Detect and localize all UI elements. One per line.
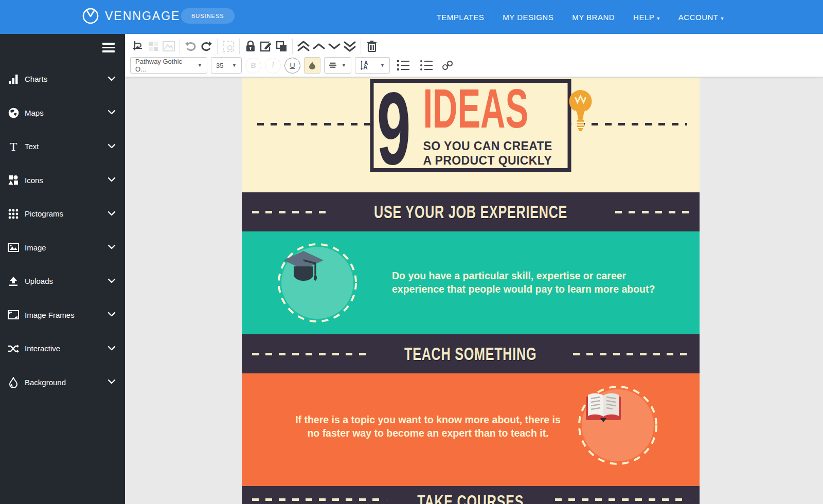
font-family-select[interactable]: Pathway Gothic O...▼: [130, 57, 207, 74]
editor-toolbar: Pathway Gothic O...▼ 35▼ B I U ▼ AA ▼: [125, 34, 823, 77]
nav-account[interactable]: ACCOUNT▾: [678, 13, 724, 22]
delete-button[interactable]: [364, 38, 380, 55]
title-box[interactable]: 9 IDEAS: [370, 79, 571, 172]
dashed-line: [573, 353, 689, 355]
band3-heading[interactable]: TAKE COURSES: [418, 491, 524, 504]
chevron-down-icon: [108, 76, 116, 82]
caret-down-icon: ▼: [198, 63, 202, 68]
caret-down-icon: ▾: [721, 15, 724, 21]
section-heading-band-3[interactable]: TAKE COURSES: [242, 486, 700, 504]
toolbar-row-2: Pathway Gothic O...▼ 35▼ B I U ▼ AA ▼: [130, 57, 455, 74]
droplet-icon: [7, 376, 20, 388]
caret-down-icon: ▼: [342, 63, 346, 68]
teal-section[interactable]: Do you have a particular skill, expertis…: [242, 231, 700, 334]
bring-forward-button[interactable]: [311, 38, 327, 55]
nav-templates[interactable]: TEMPLATES: [437, 13, 485, 22]
band2-heading[interactable]: TEACH SOMETHING: [404, 344, 536, 364]
text-color-button[interactable]: [304, 57, 320, 74]
caret-down-icon: ▾: [657, 15, 660, 21]
orange-section[interactable]: If there is a topic you want to know mor…: [242, 373, 700, 486]
toolbar-row-1: [130, 37, 386, 56]
undo-button[interactable]: [183, 38, 199, 55]
shapes-icon: [7, 175, 20, 185]
dashed-line: [252, 353, 368, 355]
layout-grid-button[interactable]: [146, 38, 161, 55]
venngage-logo-icon[interactable]: [82, 8, 99, 24]
lock-button[interactable]: [243, 38, 258, 55]
bold-button[interactable]: B: [245, 58, 261, 74]
infographic-page[interactable]: 9 IDEAS: [242, 78, 700, 504]
chevron-down-icon: [108, 244, 116, 250]
nav-my-designs[interactable]: MY DESIGNS: [503, 13, 553, 22]
duplicate-button[interactable]: [274, 38, 289, 55]
globe-icon: [7, 107, 20, 118]
design-canvas[interactable]: 9 IDEAS: [125, 77, 823, 504]
left-sidebar: Charts Maps T Text Icons: [0, 34, 125, 504]
sidebar-item-icons[interactable]: Icons: [0, 164, 125, 197]
top-navbar: VENNGAGE BUSINESS TEMPLATES MY DESIGNS M…: [0, 0, 823, 34]
sidebar-item-maps[interactable]: Maps: [0, 96, 125, 130]
send-to-back-button[interactable]: [342, 38, 357, 55]
sidebar-item-interactive[interactable]: Interactive: [0, 332, 125, 366]
dashed-line: [252, 211, 326, 213]
dashed-line: [252, 498, 386, 501]
svg-text:A: A: [363, 64, 368, 70]
bar-chart-icon: [7, 74, 20, 84]
graduation-cap-icon: [281, 247, 326, 288]
nav-links: TEMPLATES MY DESIGNS MY BRAND HELP▾ ACCO…: [437, 0, 724, 34]
section-heading-band-1[interactable]: USE YOUR JOB EXPERIENCE: [242, 192, 700, 231]
sidebar-item-image-frames[interactable]: Image Frames: [0, 298, 125, 332]
hero-subtitle-2[interactable]: A PRODUCT QUICKLY: [423, 154, 593, 168]
sidebar-item-image[interactable]: Image: [0, 231, 125, 265]
letter-t-icon: T: [7, 140, 20, 153]
open-book-badge[interactable]: [577, 385, 658, 466]
bullet-list-button[interactable]: [420, 60, 433, 70]
line-spacing-icon: AA: [360, 60, 371, 70]
graduation-cap-badge[interactable]: [277, 242, 358, 323]
italic-button[interactable]: I: [265, 58, 281, 74]
group-select-button[interactable]: [221, 38, 236, 55]
droplet-icon: [309, 61, 315, 69]
align-center-icon: [329, 62, 336, 69]
sidebar-menu: Charts Maps T Text Icons: [0, 62, 125, 399]
link-button[interactable]: [440, 57, 455, 74]
hero-subtitle-1[interactable]: SO YOU CAN CREATE: [423, 139, 593, 154]
send-backward-button[interactable]: [327, 38, 342, 55]
photo-icon: [7, 243, 20, 252]
chevron-down-icon: [108, 109, 116, 115]
bring-to-front-button[interactable]: [296, 38, 311, 55]
replace-image-button[interactable]: [161, 38, 176, 55]
chevron-down-icon: [108, 311, 116, 317]
hero-section[interactable]: 9 IDEAS: [242, 78, 700, 192]
underline-button[interactable]: U: [284, 58, 300, 74]
chevron-down-icon: [108, 345, 116, 351]
nav-my-brand[interactable]: MY BRAND: [572, 13, 615, 22]
font-size-select[interactable]: 35▼: [211, 57, 242, 74]
section-heading-band-2[interactable]: TEACH SOMETHING: [242, 334, 700, 373]
brand-name[interactable]: VENNGAGE: [105, 9, 180, 23]
sidebar-item-charts[interactable]: Charts: [0, 62, 125, 96]
business-badge[interactable]: BUSINESS: [181, 8, 235, 24]
dashed-line: [615, 211, 689, 213]
dashed-line: [555, 498, 689, 501]
numbered-list-button[interactable]: [397, 60, 409, 70]
band1-heading[interactable]: USE YOUR JOB EXPERIENCE: [374, 202, 567, 222]
align-select[interactable]: ▼: [324, 57, 351, 74]
sidebar-item-text[interactable]: T Text: [0, 130, 125, 164]
teal-body-text[interactable]: Do you have a particular skill, expertis…: [392, 269, 659, 296]
orange-body-text[interactable]: If there is a topic you want to know mor…: [289, 413, 567, 440]
lightbulb-icon: [568, 88, 593, 132]
hamburger-menu-icon[interactable]: [102, 43, 115, 55]
nav-help[interactable]: HELP▾: [633, 13, 660, 22]
sidebar-item-background[interactable]: Background: [0, 366, 125, 400]
sidebar-item-uploads[interactable]: Uploads: [0, 264, 125, 298]
hero-number[interactable]: 9: [377, 86, 406, 166]
hero-title[interactable]: IDEAS: [423, 87, 529, 130]
crop-tool-button[interactable]: [130, 38, 146, 55]
open-book-icon: [582, 389, 625, 425]
caret-down-icon: ▼: [232, 63, 237, 68]
line-spacing-select[interactable]: AA ▼: [355, 57, 390, 74]
edit-text-button[interactable]: [258, 38, 274, 55]
redo-button[interactable]: [199, 38, 214, 55]
sidebar-item-pictograms[interactable]: Pictograms: [0, 197, 125, 231]
